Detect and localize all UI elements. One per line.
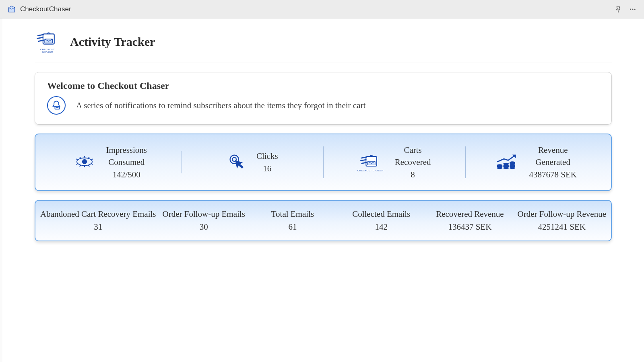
topbar-left: CheckoutChaser xyxy=(7,5,71,14)
stats-card: Impressions Consumed 142/500 Clicks 16 xyxy=(35,134,612,191)
email-followup-rev-label: Order Follow-up Revenue xyxy=(518,208,606,221)
stat-clicks-label: Clicks xyxy=(256,151,278,161)
stat-revenue-label1: Revenue xyxy=(538,145,568,155)
stat-revenue-value: 4387678 SEK xyxy=(529,169,577,181)
email-collected-value: 142 xyxy=(340,221,422,234)
topbar-right xyxy=(614,5,637,13)
email-followup-rev: Order Follow-up Revenue 4251241 SEK xyxy=(514,206,609,235)
email-followup-label: Order Follow-up Emails xyxy=(163,208,245,221)
brand-logo-icon xyxy=(36,31,59,47)
svg-point-14 xyxy=(497,164,502,166)
stat-carts-text: Carts Recovered 8 xyxy=(395,144,431,181)
email-recovered-rev: Recovered Revenue 136437 SEK xyxy=(425,206,514,235)
email-abandoned: Abandoned Cart Recovery Emails 31 xyxy=(37,206,159,235)
stat-carts: CHECKOUT CHASER Carts Recovered 8 xyxy=(323,142,465,183)
stat-impressions-text: Impressions Consumed 142/500 xyxy=(106,144,147,181)
stat-clicks: Clicks 16 xyxy=(182,148,324,177)
stat-carts-value: 8 xyxy=(395,169,431,181)
email-abandoned-value: 31 xyxy=(40,221,156,234)
email-total-label: Total Emails xyxy=(252,208,334,221)
email-recovered-rev-label: Recovered Revenue xyxy=(429,208,511,221)
notification-icon xyxy=(47,96,66,115)
stat-impressions-value: 142/500 xyxy=(106,169,147,181)
cart-recovery-icon: CHECKOUT CHASER xyxy=(357,153,384,172)
email-recovered-rev-value: 136437 SEK xyxy=(429,221,511,234)
app-topbar: CheckoutChaser xyxy=(0,0,644,19)
revenue-growth-icon xyxy=(495,153,518,172)
email-followup-value: 30 xyxy=(163,221,245,234)
stat-revenue-text: Revenue Generated 4387678 SEK xyxy=(529,144,577,181)
welcome-description: A series of notifications to remind subs… xyxy=(76,101,365,111)
svg-point-0 xyxy=(630,8,631,10)
stat-revenue: Revenue Generated 4387678 SEK xyxy=(465,142,607,183)
svg-point-18 xyxy=(503,162,509,165)
stat-impressions-label1: Impressions xyxy=(106,145,147,155)
email-followup-rev-value: 4251241 SEK xyxy=(518,221,606,234)
page-body: CHECKOUT CHASER Activity Tracker Welcome… xyxy=(2,19,644,362)
email-followup: Order Follow-up Emails 30 xyxy=(159,206,248,235)
welcome-card: Welcome to Checkout Chaser A series of n… xyxy=(35,72,612,125)
click-icon xyxy=(227,152,245,173)
brand-logo-caption: CHECKOUT CHASER xyxy=(35,48,60,53)
more-icon[interactable] xyxy=(629,5,637,13)
app-title: CheckoutChaser xyxy=(20,5,71,13)
email-collected-label: Collected Emails xyxy=(340,208,422,221)
email-stats-card: Abandoned Cart Recovery Emails 31 Order … xyxy=(35,200,612,241)
svg-point-7 xyxy=(82,159,86,163)
welcome-row: A series of notifications to remind subs… xyxy=(47,96,599,115)
email-total: Total Emails 61 xyxy=(248,206,337,235)
page-title: Activity Tracker xyxy=(70,35,155,49)
stat-impressions: Impressions Consumed 142/500 xyxy=(39,142,182,183)
cart-icon-caption: CHECKOUT CHASER xyxy=(357,169,384,172)
page-header: CHECKOUT CHASER Activity Tracker xyxy=(35,31,612,62)
email-abandoned-label: Abandoned Cart Recovery Emails xyxy=(40,208,156,221)
pin-icon[interactable] xyxy=(614,5,622,13)
stat-revenue-label2: Generated xyxy=(536,157,570,167)
brand-logo: CHECKOUT CHASER xyxy=(35,31,60,53)
email-collected: Collected Emails 142 xyxy=(337,206,425,235)
welcome-title: Welcome to Checkout Chaser xyxy=(47,80,599,91)
stat-carts-label2: Recovered xyxy=(395,157,431,167)
email-total-value: 61 xyxy=(252,221,334,234)
stat-clicks-text: Clicks 16 xyxy=(256,150,278,175)
stat-clicks-value: 16 xyxy=(256,162,278,175)
svg-point-2 xyxy=(634,8,636,10)
svg-point-1 xyxy=(632,8,634,10)
app-logo-icon xyxy=(7,5,16,14)
eye-icon xyxy=(74,155,95,170)
stat-impressions-label2: Consumed xyxy=(108,157,144,167)
stat-carts-label1: Carts xyxy=(404,145,421,155)
svg-point-23 xyxy=(510,161,515,163)
